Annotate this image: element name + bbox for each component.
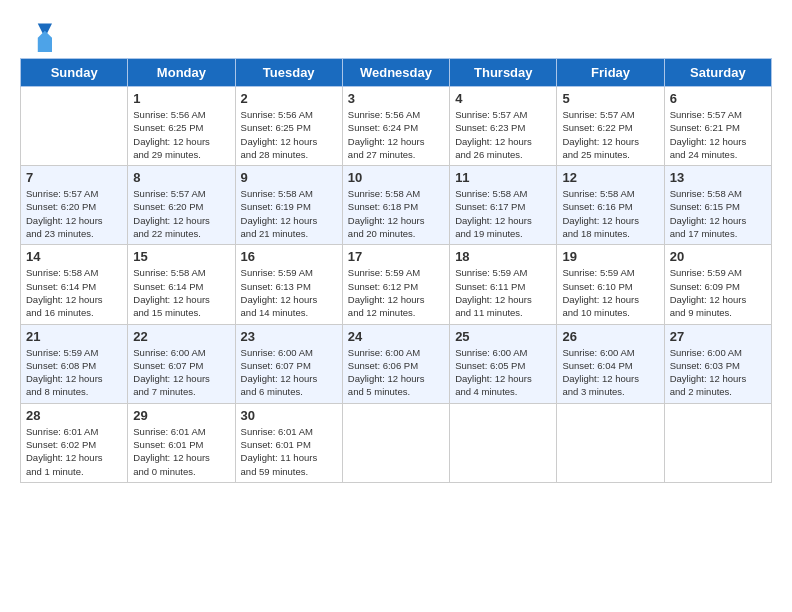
calendar-week-2: 7Sunrise: 5:57 AM Sunset: 6:20 PM Daylig… — [21, 166, 772, 245]
day-number: 26 — [562, 329, 658, 344]
calendar-cell: 30Sunrise: 6:01 AM Sunset: 6:01 PM Dayli… — [235, 403, 342, 482]
day-number: 28 — [26, 408, 122, 423]
calendar-cell: 14Sunrise: 5:58 AM Sunset: 6:14 PM Dayli… — [21, 245, 128, 324]
day-number: 1 — [133, 91, 229, 106]
calendar-cell: 21Sunrise: 5:59 AM Sunset: 6:08 PM Dayli… — [21, 324, 128, 403]
day-info: Sunrise: 6:01 AM Sunset: 6:02 PM Dayligh… — [26, 425, 122, 478]
logo-icon — [20, 20, 52, 52]
weekday-header-saturday: Saturday — [664, 59, 771, 87]
calendar-cell: 20Sunrise: 5:59 AM Sunset: 6:09 PM Dayli… — [664, 245, 771, 324]
weekday-header-monday: Monday — [128, 59, 235, 87]
logo — [20, 20, 56, 52]
day-info: Sunrise: 5:58 AM Sunset: 6:17 PM Dayligh… — [455, 187, 551, 240]
day-info: Sunrise: 5:59 AM Sunset: 6:11 PM Dayligh… — [455, 266, 551, 319]
day-number: 14 — [26, 249, 122, 264]
day-number: 23 — [241, 329, 337, 344]
day-number: 27 — [670, 329, 766, 344]
calendar-cell: 24Sunrise: 6:00 AM Sunset: 6:06 PM Dayli… — [342, 324, 449, 403]
calendar-cell: 18Sunrise: 5:59 AM Sunset: 6:11 PM Dayli… — [450, 245, 557, 324]
calendar-cell: 27Sunrise: 6:00 AM Sunset: 6:03 PM Dayli… — [664, 324, 771, 403]
day-info: Sunrise: 5:57 AM Sunset: 6:20 PM Dayligh… — [26, 187, 122, 240]
day-info: Sunrise: 5:58 AM Sunset: 6:14 PM Dayligh… — [133, 266, 229, 319]
calendar-week-1: 1Sunrise: 5:56 AM Sunset: 6:25 PM Daylig… — [21, 87, 772, 166]
calendar-cell — [664, 403, 771, 482]
day-info: Sunrise: 5:58 AM Sunset: 6:16 PM Dayligh… — [562, 187, 658, 240]
calendar-cell: 1Sunrise: 5:56 AM Sunset: 6:25 PM Daylig… — [128, 87, 235, 166]
calendar-cell: 11Sunrise: 5:58 AM Sunset: 6:17 PM Dayli… — [450, 166, 557, 245]
calendar-cell: 29Sunrise: 6:01 AM Sunset: 6:01 PM Dayli… — [128, 403, 235, 482]
day-info: Sunrise: 5:59 AM Sunset: 6:10 PM Dayligh… — [562, 266, 658, 319]
day-info: Sunrise: 6:00 AM Sunset: 6:05 PM Dayligh… — [455, 346, 551, 399]
calendar-cell: 25Sunrise: 6:00 AM Sunset: 6:05 PM Dayli… — [450, 324, 557, 403]
calendar-cell: 4Sunrise: 5:57 AM Sunset: 6:23 PM Daylig… — [450, 87, 557, 166]
calendar-cell: 28Sunrise: 6:01 AM Sunset: 6:02 PM Dayli… — [21, 403, 128, 482]
day-number: 21 — [26, 329, 122, 344]
calendar-week-5: 28Sunrise: 6:01 AM Sunset: 6:02 PM Dayli… — [21, 403, 772, 482]
day-info: Sunrise: 5:57 AM Sunset: 6:23 PM Dayligh… — [455, 108, 551, 161]
calendar-cell — [21, 87, 128, 166]
calendar-cell: 6Sunrise: 5:57 AM Sunset: 6:21 PM Daylig… — [664, 87, 771, 166]
calendar-cell: 2Sunrise: 5:56 AM Sunset: 6:25 PM Daylig… — [235, 87, 342, 166]
day-info: Sunrise: 5:59 AM Sunset: 6:08 PM Dayligh… — [26, 346, 122, 399]
day-number: 24 — [348, 329, 444, 344]
calendar-cell — [342, 403, 449, 482]
day-number: 11 — [455, 170, 551, 185]
day-number: 15 — [133, 249, 229, 264]
weekday-header-wednesday: Wednesday — [342, 59, 449, 87]
day-number: 5 — [562, 91, 658, 106]
day-info: Sunrise: 5:58 AM Sunset: 6:18 PM Dayligh… — [348, 187, 444, 240]
calendar-cell: 3Sunrise: 5:56 AM Sunset: 6:24 PM Daylig… — [342, 87, 449, 166]
day-number: 25 — [455, 329, 551, 344]
day-number: 30 — [241, 408, 337, 423]
day-number: 2 — [241, 91, 337, 106]
day-info: Sunrise: 5:59 AM Sunset: 6:09 PM Dayligh… — [670, 266, 766, 319]
day-number: 6 — [670, 91, 766, 106]
svg-marker-1 — [38, 31, 52, 52]
weekday-header-thursday: Thursday — [450, 59, 557, 87]
day-number: 3 — [348, 91, 444, 106]
calendar-cell: 13Sunrise: 5:58 AM Sunset: 6:15 PM Dayli… — [664, 166, 771, 245]
calendar-cell — [450, 403, 557, 482]
day-info: Sunrise: 6:00 AM Sunset: 6:03 PM Dayligh… — [670, 346, 766, 399]
calendar-cell: 12Sunrise: 5:58 AM Sunset: 6:16 PM Dayli… — [557, 166, 664, 245]
calendar-cell: 17Sunrise: 5:59 AM Sunset: 6:12 PM Dayli… — [342, 245, 449, 324]
calendar-cell: 5Sunrise: 5:57 AM Sunset: 6:22 PM Daylig… — [557, 87, 664, 166]
day-info: Sunrise: 5:58 AM Sunset: 6:19 PM Dayligh… — [241, 187, 337, 240]
calendar-cell: 10Sunrise: 5:58 AM Sunset: 6:18 PM Dayli… — [342, 166, 449, 245]
day-info: Sunrise: 5:59 AM Sunset: 6:13 PM Dayligh… — [241, 266, 337, 319]
calendar-cell: 7Sunrise: 5:57 AM Sunset: 6:20 PM Daylig… — [21, 166, 128, 245]
calendar-header-row: SundayMondayTuesdayWednesdayThursdayFrid… — [21, 59, 772, 87]
day-number: 16 — [241, 249, 337, 264]
calendar-cell: 22Sunrise: 6:00 AM Sunset: 6:07 PM Dayli… — [128, 324, 235, 403]
day-info: Sunrise: 6:00 AM Sunset: 6:07 PM Dayligh… — [133, 346, 229, 399]
day-info: Sunrise: 5:59 AM Sunset: 6:12 PM Dayligh… — [348, 266, 444, 319]
day-info: Sunrise: 5:56 AM Sunset: 6:25 PM Dayligh… — [241, 108, 337, 161]
calendar-week-3: 14Sunrise: 5:58 AM Sunset: 6:14 PM Dayli… — [21, 245, 772, 324]
day-number: 10 — [348, 170, 444, 185]
day-number: 22 — [133, 329, 229, 344]
day-info: Sunrise: 5:57 AM Sunset: 6:21 PM Dayligh… — [670, 108, 766, 161]
page-header — [20, 20, 772, 52]
day-number: 9 — [241, 170, 337, 185]
calendar-table: SundayMondayTuesdayWednesdayThursdayFrid… — [20, 58, 772, 483]
calendar-week-4: 21Sunrise: 5:59 AM Sunset: 6:08 PM Dayli… — [21, 324, 772, 403]
day-number: 29 — [133, 408, 229, 423]
calendar-cell: 16Sunrise: 5:59 AM Sunset: 6:13 PM Dayli… — [235, 245, 342, 324]
day-info: Sunrise: 6:00 AM Sunset: 6:07 PM Dayligh… — [241, 346, 337, 399]
calendar-cell — [557, 403, 664, 482]
weekday-header-sunday: Sunday — [21, 59, 128, 87]
day-info: Sunrise: 5:58 AM Sunset: 6:15 PM Dayligh… — [670, 187, 766, 240]
day-number: 20 — [670, 249, 766, 264]
day-number: 18 — [455, 249, 551, 264]
day-info: Sunrise: 6:01 AM Sunset: 6:01 PM Dayligh… — [133, 425, 229, 478]
day-info: Sunrise: 5:56 AM Sunset: 6:25 PM Dayligh… — [133, 108, 229, 161]
day-info: Sunrise: 6:00 AM Sunset: 6:04 PM Dayligh… — [562, 346, 658, 399]
weekday-header-friday: Friday — [557, 59, 664, 87]
day-info: Sunrise: 5:57 AM Sunset: 6:20 PM Dayligh… — [133, 187, 229, 240]
day-number: 17 — [348, 249, 444, 264]
calendar-cell: 9Sunrise: 5:58 AM Sunset: 6:19 PM Daylig… — [235, 166, 342, 245]
day-info: Sunrise: 6:01 AM Sunset: 6:01 PM Dayligh… — [241, 425, 337, 478]
day-info: Sunrise: 5:58 AM Sunset: 6:14 PM Dayligh… — [26, 266, 122, 319]
day-number: 13 — [670, 170, 766, 185]
day-info: Sunrise: 6:00 AM Sunset: 6:06 PM Dayligh… — [348, 346, 444, 399]
